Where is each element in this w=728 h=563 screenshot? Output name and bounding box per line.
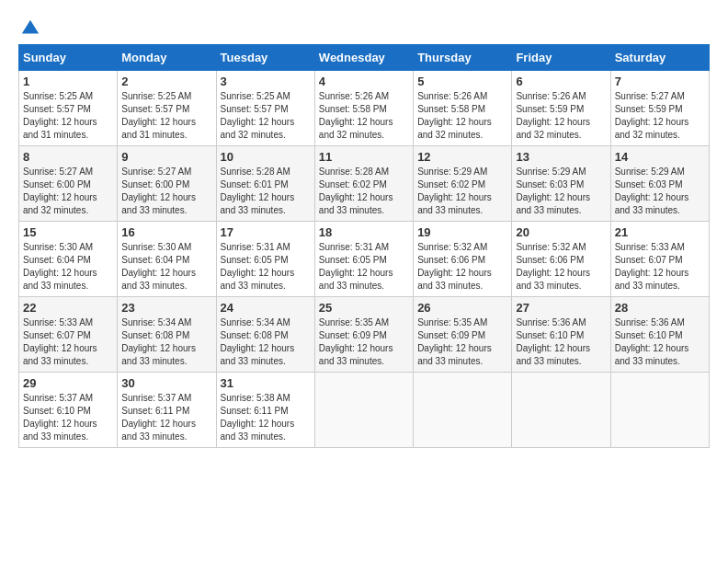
day-info: Sunrise: 5:29 AM Sunset: 6:02 PM Dayligh… — [417, 166, 507, 217]
day-info: Sunrise: 5:27 AM Sunset: 6:00 PM Dayligh… — [121, 166, 211, 217]
calendar-cell: 7Sunrise: 5:27 AM Sunset: 5:59 PM Daylig… — [610, 71, 709, 146]
calendar-cell: 8Sunrise: 5:27 AM Sunset: 6:00 PM Daylig… — [19, 146, 118, 222]
day-info: Sunrise: 5:25 AM Sunset: 5:57 PM Dayligh… — [23, 90, 113, 142]
calendar-cell: 11Sunrise: 5:28 AM Sunset: 6:02 PM Dayli… — [314, 146, 413, 222]
day-info: Sunrise: 5:32 AM Sunset: 6:06 PM Dayligh… — [417, 241, 507, 293]
day-info: Sunrise: 5:25 AM Sunset: 5:57 PM Dayligh… — [121, 90, 211, 142]
day-info: Sunrise: 5:32 AM Sunset: 6:06 PM Dayligh… — [516, 241, 606, 293]
day-number: 28 — [615, 301, 705, 315]
day-info: Sunrise: 5:34 AM Sunset: 6:08 PM Dayligh… — [121, 316, 211, 368]
calendar-cell: 6Sunrise: 5:26 AM Sunset: 5:59 PM Daylig… — [512, 71, 610, 146]
day-info: Sunrise: 5:33 AM Sunset: 6:07 PM Dayligh… — [23, 316, 113, 368]
day-number: 24 — [221, 301, 311, 315]
day-number: 27 — [516, 301, 606, 315]
calendar-cell: 2Sunrise: 5:25 AM Sunset: 5:57 PM Daylig… — [118, 71, 216, 146]
calendar-cell: 31Sunrise: 5:38 AM Sunset: 6:11 PM Dayli… — [216, 373, 314, 448]
day-info: Sunrise: 5:27 AM Sunset: 5:59 PM Dayligh… — [615, 90, 705, 142]
calendar-week-row: 1Sunrise: 5:25 AM Sunset: 5:57 PM Daylig… — [19, 71, 710, 146]
day-info: Sunrise: 5:29 AM Sunset: 6:03 PM Dayligh… — [615, 166, 705, 217]
calendar-header-row: SundayMondayTuesdayWednesdayThursdayFrid… — [19, 45, 710, 71]
day-number: 12 — [417, 150, 507, 164]
day-info: Sunrise: 5:28 AM Sunset: 6:01 PM Dayligh… — [221, 166, 311, 217]
day-info: Sunrise: 5:36 AM Sunset: 6:10 PM Dayligh… — [615, 316, 705, 368]
day-info: Sunrise: 5:26 AM Sunset: 5:59 PM Dayligh… — [516, 90, 606, 142]
logo — [18, 18, 40, 35]
calendar-cell — [610, 373, 709, 448]
page-header — [18, 18, 710, 35]
calendar-cell: 16Sunrise: 5:30 AM Sunset: 6:04 PM Dayli… — [118, 222, 216, 297]
day-number: 19 — [417, 225, 507, 239]
calendar-cell: 25Sunrise: 5:35 AM Sunset: 6:09 PM Dayli… — [314, 297, 413, 373]
day-number: 3 — [221, 75, 311, 88]
calendar-cell: 30Sunrise: 5:37 AM Sunset: 6:11 PM Dayli… — [118, 373, 216, 448]
calendar-week-row: 15Sunrise: 5:30 AM Sunset: 6:04 PM Dayli… — [19, 222, 710, 297]
calendar-week-row: 22Sunrise: 5:33 AM Sunset: 6:07 PM Dayli… — [19, 297, 710, 373]
day-number: 10 — [221, 150, 311, 164]
calendar-cell — [512, 373, 610, 448]
day-number: 4 — [319, 75, 409, 88]
calendar-cell: 29Sunrise: 5:37 AM Sunset: 6:10 PM Dayli… — [19, 373, 118, 448]
day-of-week-header: Thursday — [414, 45, 512, 71]
calendar-cell: 17Sunrise: 5:31 AM Sunset: 6:05 PM Dayli… — [216, 222, 314, 297]
calendar-cell: 26Sunrise: 5:35 AM Sunset: 6:09 PM Dayli… — [414, 297, 512, 373]
day-number: 22 — [23, 301, 113, 315]
day-info: Sunrise: 5:34 AM Sunset: 6:08 PM Dayligh… — [221, 316, 311, 368]
calendar-table: SundayMondayTuesdayWednesdayThursdayFrid… — [18, 44, 710, 448]
calendar-cell — [414, 373, 512, 448]
day-number: 26 — [417, 301, 507, 315]
day-info: Sunrise: 5:31 AM Sunset: 6:05 PM Dayligh… — [319, 241, 409, 293]
day-info: Sunrise: 5:26 AM Sunset: 5:58 PM Dayligh… — [417, 90, 507, 142]
day-of-week-header: Tuesday — [216, 45, 314, 71]
day-number: 17 — [221, 225, 311, 239]
calendar-cell: 28Sunrise: 5:36 AM Sunset: 6:10 PM Dayli… — [610, 297, 709, 373]
day-info: Sunrise: 5:30 AM Sunset: 6:04 PM Dayligh… — [121, 241, 211, 293]
day-of-week-header: Saturday — [610, 45, 709, 71]
logo-icon — [20, 18, 40, 39]
calendar-cell: 9Sunrise: 5:27 AM Sunset: 6:00 PM Daylig… — [118, 146, 216, 222]
day-number: 16 — [121, 225, 211, 239]
day-number: 20 — [516, 225, 606, 239]
day-number: 1 — [23, 75, 113, 88]
day-info: Sunrise: 5:35 AM Sunset: 6:09 PM Dayligh… — [417, 316, 507, 368]
calendar-cell: 12Sunrise: 5:29 AM Sunset: 6:02 PM Dayli… — [414, 146, 512, 222]
day-number: 15 — [23, 225, 113, 239]
calendar-cell: 4Sunrise: 5:26 AM Sunset: 5:58 PM Daylig… — [314, 71, 413, 146]
day-number: 9 — [121, 150, 211, 164]
day-number: 25 — [319, 301, 409, 315]
day-info: Sunrise: 5:31 AM Sunset: 6:05 PM Dayligh… — [221, 241, 311, 293]
day-info: Sunrise: 5:37 AM Sunset: 6:10 PM Dayligh… — [23, 392, 113, 443]
day-number: 14 — [615, 150, 705, 164]
calendar-cell: 24Sunrise: 5:34 AM Sunset: 6:08 PM Dayli… — [216, 297, 314, 373]
calendar-cell: 22Sunrise: 5:33 AM Sunset: 6:07 PM Dayli… — [19, 297, 118, 373]
day-info: Sunrise: 5:28 AM Sunset: 6:02 PM Dayligh… — [319, 166, 409, 217]
day-info: Sunrise: 5:35 AM Sunset: 6:09 PM Dayligh… — [319, 316, 409, 368]
day-info: Sunrise: 5:29 AM Sunset: 6:03 PM Dayligh… — [516, 166, 606, 217]
day-info: Sunrise: 5:30 AM Sunset: 6:04 PM Dayligh… — [23, 241, 113, 293]
calendar-cell: 20Sunrise: 5:32 AM Sunset: 6:06 PM Dayli… — [512, 222, 610, 297]
calendar-cell: 19Sunrise: 5:32 AM Sunset: 6:06 PM Dayli… — [414, 222, 512, 297]
day-number: 29 — [23, 376, 113, 390]
day-of-week-header: Monday — [118, 45, 216, 71]
day-number: 2 — [121, 75, 211, 88]
day-number: 8 — [23, 150, 113, 164]
day-number: 5 — [417, 75, 507, 88]
day-info: Sunrise: 5:26 AM Sunset: 5:58 PM Dayligh… — [319, 90, 409, 142]
calendar-cell: 1Sunrise: 5:25 AM Sunset: 5:57 PM Daylig… — [19, 71, 118, 146]
calendar-cell: 18Sunrise: 5:31 AM Sunset: 6:05 PM Dayli… — [314, 222, 413, 297]
calendar-week-row: 29Sunrise: 5:37 AM Sunset: 6:10 PM Dayli… — [19, 373, 710, 448]
calendar-cell: 13Sunrise: 5:29 AM Sunset: 6:03 PM Dayli… — [512, 146, 610, 222]
day-info: Sunrise: 5:36 AM Sunset: 6:10 PM Dayligh… — [516, 316, 606, 368]
day-info: Sunrise: 5:33 AM Sunset: 6:07 PM Dayligh… — [615, 241, 705, 293]
day-info: Sunrise: 5:38 AM Sunset: 6:11 PM Dayligh… — [221, 392, 311, 443]
calendar-week-row: 8Sunrise: 5:27 AM Sunset: 6:00 PM Daylig… — [19, 146, 710, 222]
day-number: 18 — [319, 225, 409, 239]
day-number: 30 — [121, 376, 211, 390]
calendar-cell: 3Sunrise: 5:25 AM Sunset: 5:57 PM Daylig… — [216, 71, 314, 146]
calendar-cell: 10Sunrise: 5:28 AM Sunset: 6:01 PM Dayli… — [216, 146, 314, 222]
day-number: 21 — [615, 225, 705, 239]
day-info: Sunrise: 5:27 AM Sunset: 6:00 PM Dayligh… — [23, 166, 113, 217]
day-number: 23 — [121, 301, 211, 315]
day-number: 13 — [516, 150, 606, 164]
calendar-cell: 27Sunrise: 5:36 AM Sunset: 6:10 PM Dayli… — [512, 297, 610, 373]
calendar-cell — [314, 373, 413, 448]
